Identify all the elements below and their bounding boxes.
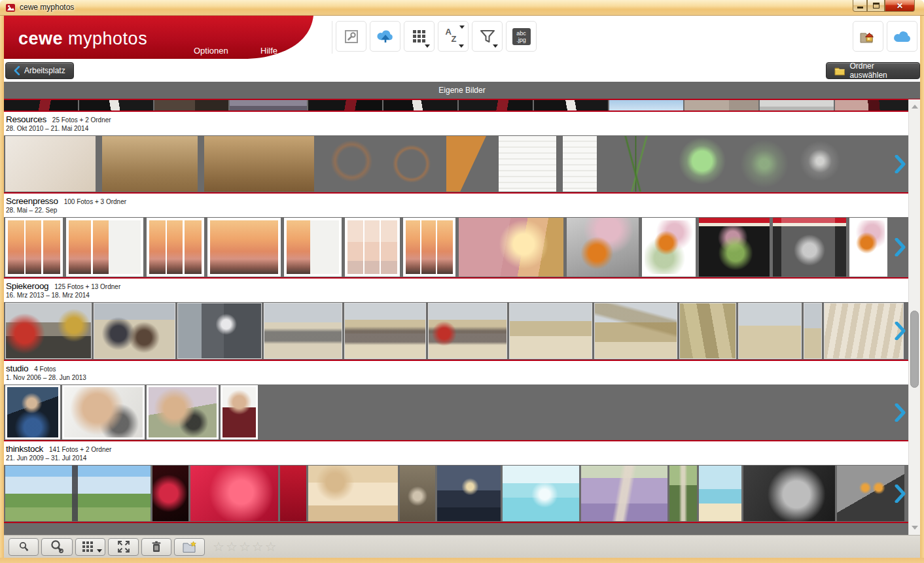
photo-thumbnail[interactable] [190,466,278,521]
photo-thumbnail[interactable] [321,136,377,192]
photo-thumbnail[interactable] [699,466,741,521]
photo-thumbnail[interactable] [459,100,533,111]
photo-thumbnail[interactable] [79,100,153,111]
cloud-upload-button[interactable] [370,21,400,52]
edit-photo-button[interactable] [336,21,366,52]
scroll-right-chevron[interactable] [895,155,906,173]
photo-thumbnail[interactable] [102,136,198,192]
photo-thumbnail[interactable] [679,303,736,359]
photo-thumbnail[interactable] [147,385,219,439]
fullscreen-button[interactable] [108,538,139,556]
photo-thumbnail[interactable] [284,218,342,277]
sort-button[interactable]: A Z [438,21,469,52]
photo-thumbnail[interactable] [736,136,793,192]
photo-thumbnail[interactable] [4,100,78,111]
photo-thumbnail[interactable] [5,385,60,439]
photo-thumbnail[interactable] [738,303,802,359]
folder-name[interactable]: Screenpresso [6,196,58,206]
menu-hilfe[interactable]: Hilfe [260,46,277,56]
photo-thumbnail[interactable] [499,136,556,192]
photo-thumbnail[interactable] [581,466,667,521]
photo-thumbnail[interactable] [835,100,909,111]
thumbnail-size-button[interactable] [404,21,435,52]
photo-thumbnail[interactable] [154,100,228,111]
photo-thumbnail[interactable] [66,218,143,277]
photo-thumbnail[interactable] [177,303,262,359]
menu-optionen[interactable]: Optionen [194,46,228,56]
photo-thumbnail[interactable] [642,218,696,277]
photo-thumbnail[interactable] [669,466,697,521]
photo-thumbnail[interactable] [534,100,608,111]
photo-thumbnail[interactable] [699,218,770,277]
folder-name[interactable]: studio [6,364,28,373]
cewe-cloud-button[interactable] [887,21,917,52]
vertical-scrollbar[interactable] [908,99,920,535]
minimize-button[interactable] [853,0,867,12]
folder-name[interactable]: Resources [6,114,46,124]
photo-thumbnail[interactable] [403,218,455,277]
photo-thumbnail[interactable] [280,466,306,521]
photo-thumbnail[interactable] [147,218,204,277]
photo-thumbnail[interactable] [5,136,96,192]
photo-thumbnail[interactable] [849,218,887,277]
photo-thumbnail[interactable] [603,136,669,192]
photo-thumbnail[interactable] [567,218,639,277]
photo-thumbnail[interactable] [5,303,92,359]
choose-folder-button[interactable]: Ordner auswählen [826,62,920,79]
photo-thumbnail[interactable] [684,100,758,111]
zoom-in-button[interactable] [41,538,73,556]
photo-thumbnail[interactable] [675,136,729,192]
new-folder-button[interactable] [174,538,205,556]
photo-thumbnail[interactable] [308,466,398,521]
photo-thumbnail[interactable] [207,218,281,277]
delete-button[interactable] [141,538,171,556]
star-icon[interactable]: ☆ [252,540,264,553]
photo-thumbnail[interactable] [5,218,63,277]
photo-thumbnail[interactable] [152,466,188,521]
photo-thumbnail[interactable] [773,218,846,277]
photo-thumbnail[interactable] [437,466,501,521]
photo-thumbnail[interactable] [383,136,440,192]
photo-thumbnail[interactable] [800,136,840,192]
folder-name[interactable]: thinkstock [6,444,43,454]
photo-thumbnail[interactable] [264,303,342,359]
photo-thumbnail[interactable] [94,303,175,359]
star-icon[interactable]: ☆ [265,540,277,553]
back-arbeitsplatz-button[interactable]: Arbeitsplatz [5,62,74,79]
photo-thumbnail[interactable] [308,100,382,111]
zoom-out-button[interactable] [9,538,39,556]
photo-thumbnail[interactable] [509,303,592,359]
star-icon[interactable]: ☆ [239,540,251,553]
photo-thumbnail[interactable] [743,466,835,521]
scroll-right-chevron[interactable] [895,238,906,256]
scroll-up-arrow-icon[interactable] [912,105,918,109]
photo-thumbnail[interactable] [62,385,145,439]
photo-thumbnail[interactable] [804,303,822,359]
photo-thumbnail[interactable] [400,466,435,521]
photo-thumbnail[interactable] [563,136,597,192]
photo-thumbnail[interactable] [383,100,457,111]
scrollbar-thumb[interactable] [910,311,919,388]
star-icon[interactable]: ☆ [213,540,224,553]
titlebar[interactable]: cewe myphotos ✕ [0,0,924,16]
view-grid-button[interactable] [75,538,105,556]
home-folder-button[interactable] [853,21,883,52]
photo-thumbnail[interactable] [824,303,904,359]
photo-thumbnail[interactable] [459,218,563,277]
scroll-right-chevron[interactable] [895,485,906,503]
star-icon[interactable]: ☆ [226,540,238,553]
photo-thumbnail[interactable] [221,385,258,439]
folder-name[interactable]: Spiekeroog [6,281,48,291]
filter-button[interactable] [472,21,503,52]
photo-thumbnail[interactable] [344,303,426,359]
photo-thumbnail[interactable] [594,303,677,359]
photo-thumbnail[interactable] [204,136,314,192]
scroll-right-chevron[interactable] [895,403,906,422]
photo-thumbnail[interactable] [5,466,151,521]
photo-thumbnail[interactable] [230,100,307,111]
photo-thumbnail[interactable] [609,100,683,111]
scroll-right-chevron[interactable] [895,322,906,340]
photo-thumbnail[interactable] [760,100,834,111]
photo-thumbnail[interactable] [503,466,579,521]
scroll-down-arrow-icon[interactable] [912,526,918,530]
